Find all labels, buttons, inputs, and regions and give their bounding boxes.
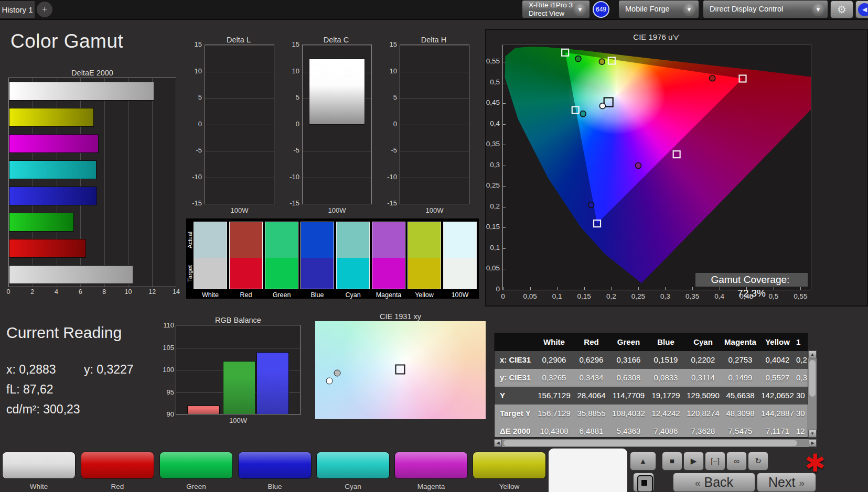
continuous-measure-button[interactable]: ∞ (726, 452, 747, 471)
x-tick-label: 14 (173, 288, 180, 296)
y-tick-label: 0 (480, 285, 500, 293)
x-tick-mark (611, 287, 612, 290)
y-tick-mark (503, 103, 506, 104)
display-control-accent (704, 1, 706, 17)
stop-measure-button[interactable]: ■ (662, 452, 682, 471)
table-row[interactable]: y: CIE310,32650,34340,63080,08330,31140,… (495, 369, 808, 387)
cell: 0,3166 (610, 351, 647, 369)
scroll-down-button[interactable]: ▼ (808, 430, 817, 438)
measure-window-button[interactable]: [–] (705, 452, 725, 471)
deltae-chart-title: DeltaE 2000 (8, 69, 176, 77)
patch-button-100w[interactable]: 100W (549, 449, 627, 492)
patch-label: Magenta (392, 483, 470, 490)
source-name: Mobile Forge (625, 1, 670, 18)
meter-dropdown[interactable]: X-Rite i1Pro 3 Direct View ▼ (522, 1, 590, 18)
gear-icon[interactable]: ⚙ (830, 1, 853, 18)
patch-button-green[interactable] (159, 452, 233, 479)
patch-button-magenta[interactable] (394, 452, 468, 479)
patch-label: Blue (236, 483, 314, 490)
y-tick-label: 15 (284, 40, 299, 48)
display-control-name: Direct Display Control (710, 1, 783, 18)
scroll-thumb[interactable] (809, 360, 816, 397)
reading-fl: fL: 87,62 (6, 382, 53, 397)
cell: 0,0833 (647, 369, 684, 387)
x-tick-mark (584, 287, 585, 290)
table-row[interactable]: Y156,712928,4064114,770919,1729129,50904… (495, 387, 808, 404)
cell: 10,4308 (535, 422, 573, 438)
y-tick-label: 0 (381, 120, 397, 128)
expand-panel-button[interactable]: ▲ (630, 452, 656, 471)
collapse-panel-button[interactable]: ◀ (855, 1, 868, 18)
red-target-marker (740, 75, 746, 82)
x-tick-label: 0,3 (660, 292, 670, 300)
table-row[interactable]: Target Y156,712935,8855108,403212,424212… (495, 404, 808, 422)
cell: 0,3434 (573, 369, 610, 387)
meter-reading-badge: 649 (592, 1, 611, 18)
target-swatch (408, 258, 441, 289)
arrow-left-icon: ◀ (858, 3, 868, 16)
table-horizontal-scrollbar[interactable]: ◀▶ (494, 439, 817, 447)
column-header-yellow: Yellow (759, 333, 796, 351)
deltae-bar-cyan (9, 160, 97, 179)
back-button[interactable]: « Back (673, 473, 755, 492)
y-tick-mark (503, 62, 506, 62)
gridline (303, 45, 371, 46)
patch-button-cyan[interactable] (316, 452, 390, 479)
y-tick-label: -15 (381, 199, 397, 207)
delta-l-x-label: 100W (205, 206, 274, 214)
refresh-measure-button[interactable]: ↻ (748, 452, 768, 471)
x-tick-label: 6 (79, 288, 82, 296)
y-tick-mark (503, 166, 506, 166)
gamut-coverage-readout: Gamut Coverage: 72,3% (695, 273, 808, 287)
y-tick-label: 15 (381, 40, 397, 48)
swatch-pair (444, 222, 476, 289)
white-measured-marker (599, 103, 605, 109)
y-tick-label: 10 (284, 67, 299, 75)
actual-swatch (408, 222, 441, 258)
y-tick-label: 0,55 (480, 57, 500, 65)
gridline (205, 204, 274, 204)
y-tick-label: -15 (284, 199, 299, 207)
scroll-left-button[interactable]: ◀ (494, 439, 502, 447)
cell: 45,6638 (722, 387, 759, 404)
patch-button-white[interactable] (2, 452, 76, 479)
x-tick-label: 4 (55, 288, 58, 296)
tab-history-1[interactable]: History 1 (0, 1, 35, 18)
layout-toggle-button[interactable] (633, 473, 654, 492)
scroll-thumb[interactable] (503, 440, 797, 446)
actual-target-swatch-panel: Actual Target WhiteRedGreenBlueCyanMagen… (186, 218, 479, 299)
cie1976-title: CIE 1976 u'v' (502, 32, 810, 41)
table-row[interactable]: x: CIE310,29060,62960,31660,15190,22020,… (495, 351, 808, 369)
yellow-measured-marker (599, 59, 605, 64)
delta-l-title: Delta L (186, 36, 291, 44)
y-tick-label: 0,45 (480, 99, 500, 106)
gridline (205, 151, 274, 151)
target-swatch (372, 258, 405, 289)
cell: 0,4042 (759, 351, 796, 369)
target-square-marker (395, 364, 405, 374)
y-tick-label: 0 (186, 120, 202, 128)
magenta-measured-marker (635, 162, 641, 168)
scroll-right-button[interactable]: ▶ (809, 439, 817, 447)
delta-l-chart: Delta L 100W 151050-5-10-15 (186, 31, 291, 215)
actual-swatch (265, 222, 298, 258)
patch-button-red[interactable] (81, 452, 154, 479)
gridline (400, 178, 469, 178)
y-tick-mark (503, 145, 506, 145)
table-row[interactable]: ΔE 200010,43086,48815,43637,40867,36287,… (495, 422, 808, 438)
display-control-dropdown[interactable]: Direct Display Control ▼ (703, 1, 828, 18)
deltae-x-axis: 02468101214 (8, 288, 176, 297)
y-tick-label: -10 (284, 173, 299, 181)
patch-button-blue[interactable] (238, 452, 312, 479)
table-vertical-scrollbar[interactable]: ▲▼ (808, 351, 817, 438)
cell: 0,2906 (535, 351, 573, 369)
single-measure-button[interactable]: ▶ (683, 452, 704, 471)
y-tick-label: 0,1 (480, 244, 500, 252)
scroll-up-button[interactable]: ▲ (808, 351, 817, 358)
gridline (205, 98, 274, 99)
y-tick-label: 10 (186, 67, 202, 75)
patch-button-yellow[interactable] (473, 452, 546, 479)
y-tick-label: 95 (156, 388, 174, 396)
source-dropdown[interactable]: Mobile Forge ▼ (619, 1, 699, 18)
add-tab-button[interactable]: + (37, 2, 52, 17)
